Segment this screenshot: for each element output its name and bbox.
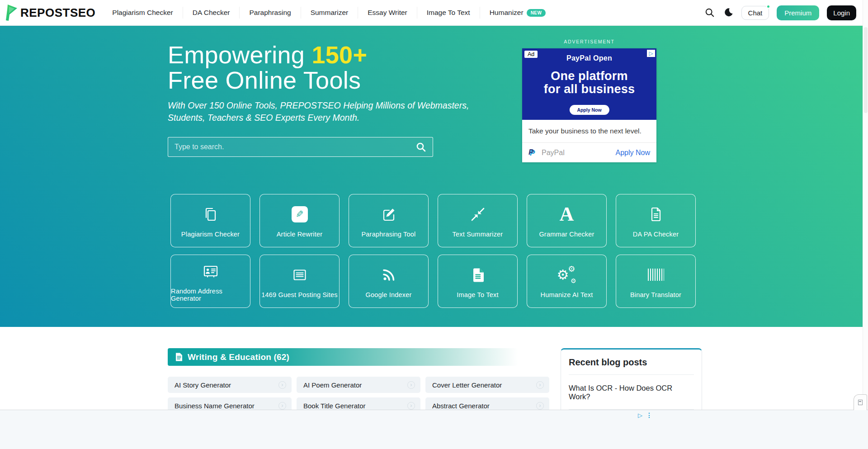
ad-advertiser-name: PayPal	[542, 149, 565, 157]
list-item-label: AI Poem Generator	[303, 381, 362, 389]
paypal-logo-icon: PP	[528, 148, 538, 158]
search-submit-button[interactable]	[413, 142, 433, 152]
tool-card-plagiarism-checker[interactable]: Plagiarism Checker	[170, 194, 250, 247]
copy-icon	[202, 204, 220, 225]
nav-links: Plagiarism Checker DA Checker Paraphrasi…	[103, 0, 555, 25]
new-badge: NEW	[527, 9, 546, 17]
tool-search-bar	[168, 137, 433, 157]
id-card-icon	[202, 261, 220, 282]
hero-title-line2: Free Online Tools	[168, 66, 361, 94]
list-item-ai-story-generator[interactable]: AI Story Generator ›	[168, 377, 292, 393]
hero-subtitle: With Over 150 Online Tools, PREPOSTSEO H…	[168, 99, 469, 124]
chevron-right-icon: ›	[278, 402, 286, 410]
ad-collapse-tab[interactable]	[854, 394, 867, 410]
ad-footer: PP PayPal Apply Now	[522, 142, 656, 162]
list-item-label: Book Title Generator	[303, 402, 366, 410]
edit-icon	[380, 204, 398, 225]
document-icon	[647, 204, 665, 225]
list-item-ai-poem-generator[interactable]: AI Poem Generator ›	[297, 377, 420, 393]
ad-banner-creative: Ad ▷ PayPal Open One platform for all bu…	[522, 48, 656, 120]
tool-card-label: Google Indexer	[366, 291, 412, 298]
anchor-ad-bar: ▷ ⋮	[0, 410, 868, 449]
nav-actions: Chat Premium Login	[704, 5, 856, 20]
ad-apply-now-pill[interactable]: Apply Now	[569, 105, 609, 115]
dark-mode-moon-icon[interactable]	[723, 7, 734, 18]
compress-arrows-icon	[469, 204, 487, 225]
blog-card-title: Recent blog posts	[569, 357, 694, 375]
ad-apply-now-link[interactable]: Apply Now	[616, 149, 650, 157]
tool-card-random-address-generator[interactable]: Random Address Generator	[170, 255, 250, 308]
tool-card-label: Random Address Generator	[171, 288, 250, 302]
tool-card-label: Paraphrasing Tool	[361, 231, 415, 238]
chevron-right-icon: ›	[278, 381, 286, 389]
tool-card-label: Binary Translator	[630, 291, 681, 298]
tool-card-image-to-text[interactable]: Image To Text	[438, 255, 518, 308]
tool-card-label: Plagiarism Checker	[181, 231, 240, 238]
navbar: REPOSTSEO Plagiarism Checker DA Checker …	[0, 0, 863, 26]
tool-card-grammar-checker[interactable]: A Grammar Checker	[527, 194, 607, 247]
search-input[interactable]	[168, 137, 413, 156]
list-item-label: Business Name Generator	[175, 402, 255, 410]
ad-badge: Ad	[524, 51, 538, 58]
tool-card-label: DA PA Checker	[633, 231, 679, 238]
tool-card-label: 1469 Guest Posting Sites	[261, 291, 337, 298]
login-button[interactable]: Login	[827, 5, 856, 20]
ad-banner[interactable]: Ad ▷ PayPal Open One platform for all bu…	[522, 48, 656, 162]
tool-card-humanize-ai-text[interactable]: ⚙⚙⚙ Humanize AI Text	[527, 255, 607, 308]
nav-item-humanizer[interactable]: Humanizer NEW	[480, 7, 556, 19]
hero-section: Empowering 150+ Free Online Tools With O…	[0, 26, 863, 327]
nav-item-image-to-text[interactable]: Image To Text	[417, 7, 480, 19]
file-text-icon	[469, 265, 487, 285]
scrollbar-thumb[interactable]	[864, 27, 868, 113]
nav-item-summarizer[interactable]: Summarizer	[301, 7, 358, 19]
barcode-icon	[648, 265, 664, 285]
nav-item-plagiarism-checker[interactable]: Plagiarism Checker	[103, 7, 182, 19]
ad-headline-line2: for all business	[544, 82, 635, 96]
ad-advertiser: PP PayPal	[528, 148, 565, 158]
ad-options-dots-icon[interactable]: ⋮	[646, 411, 652, 419]
search-icon[interactable]	[704, 7, 715, 18]
list-item-cover-letter-generator[interactable]: Cover Letter Generator ›	[425, 377, 549, 393]
tool-card-guest-posting-sites[interactable]: 1469 Guest Posting Sites	[259, 255, 340, 308]
chevron-right-icon: ›	[407, 381, 415, 389]
search-submit-icon	[415, 142, 426, 152]
tool-card-google-indexer[interactable]: Google Indexer	[349, 255, 429, 308]
collapse-icon	[858, 400, 863, 405]
chat-button-label: Chat	[748, 9, 763, 17]
premium-button[interactable]: Premium	[777, 5, 819, 20]
tool-card-label: Text Summarizer	[453, 231, 503, 238]
tool-card-article-rewriter[interactable]: ✎ Article Rewriter	[259, 194, 340, 247]
category-header-writing-education: Writing & Education (62)	[168, 348, 544, 366]
ad-headline-line1: One platform	[551, 69, 627, 83]
pencil-square-icon: ✎	[292, 204, 308, 225]
hero-title: Empowering 150+ Free Online Tools	[168, 42, 367, 93]
nav-item-paraphrasing[interactable]: Paraphrasing	[239, 7, 300, 19]
tool-card-text-summarizer[interactable]: Text Summarizer	[438, 194, 518, 247]
adchoices-icon[interactable]: ▷	[647, 50, 655, 57]
nav-item-da-checker[interactable]: DA Checker	[183, 7, 240, 19]
nav-item-essay-writer[interactable]: Essay Writer	[358, 7, 417, 19]
chat-button[interactable]: Chat	[741, 6, 769, 20]
brand-logo-icon	[5, 4, 18, 21]
advertisement-label: ADVERTISEMENT	[522, 39, 656, 44]
brand-logo[interactable]: REPOSTSEO	[5, 4, 95, 21]
hero-subtitle-line2: Students, Teachers & SEO Experts Every M…	[168, 113, 359, 123]
category-tool-list: AI Story Generator › AI Poem Generator ›…	[168, 377, 549, 414]
tool-card-paraphrasing-tool[interactable]: Paraphrasing Tool	[349, 194, 429, 247]
tool-card-da-pa-checker[interactable]: DA PA Checker	[616, 194, 696, 247]
nav-item-humanizer-label: Humanizer	[490, 9, 524, 17]
category-doc-icon	[175, 353, 183, 361]
list-item-label: Cover Letter Generator	[432, 381, 502, 389]
hero-subtitle-line1: With Over 150 Online Tools, PREPOSTSEO H…	[168, 100, 469, 110]
hero-title-highlight: 150+	[311, 41, 367, 68]
tool-card-binary-translator[interactable]: Binary Translator	[616, 255, 696, 308]
list-item-label: Abstract Generator	[432, 402, 490, 410]
blog-post-link[interactable]: What Is OCR - How Does OCR Work?	[569, 375, 694, 410]
adchoices-icon[interactable]: ▷	[638, 412, 642, 419]
brand-name: REPOSTSEO	[20, 6, 95, 20]
newspaper-list-icon	[291, 265, 309, 285]
hero-title-prefix: Empowering	[168, 41, 311, 68]
list-item-label: AI Story Generator	[175, 381, 231, 389]
ad-headline: One platform for all business	[544, 70, 635, 96]
scrollbar[interactable]	[863, 0, 868, 449]
